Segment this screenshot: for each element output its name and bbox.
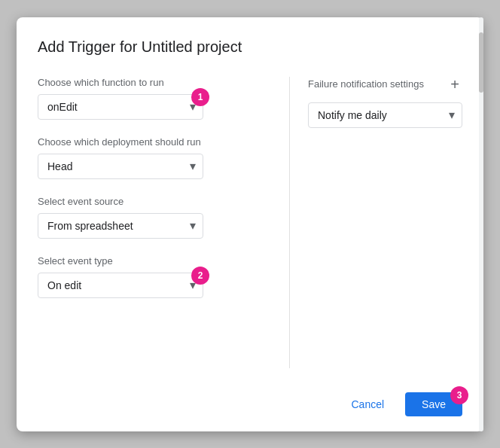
event-source-select[interactable]: From spreadsheet Time-driven [38, 213, 203, 239]
function-label: Choose which function to run [38, 77, 274, 88]
event-type-label: Select event type [38, 255, 274, 267]
left-column: Choose which function to run onEdit myFu… [38, 77, 289, 368]
deployment-label: Choose which deployment should run [38, 136, 274, 148]
event-type-select-inner: On edit On change On open On form submit… [38, 273, 203, 298]
scrollbar-thumb[interactable] [479, 32, 483, 93]
function-select-wrapper: onEdit myFunction ▾ 1 [38, 94, 203, 120]
deployment-group: Choose which deployment should run Head … [38, 136, 274, 179]
function-select[interactable]: onEdit myFunction [38, 94, 203, 120]
add-notification-button[interactable]: + [447, 77, 462, 92]
event-source-select-wrapper: From spreadsheet Time-driven ▾ [38, 213, 203, 239]
failure-select[interactable]: Notify me daily Notify me immediately No… [308, 102, 462, 128]
dialog-body: Choose which function to run onEdit myFu… [38, 77, 462, 368]
deployment-select-wrapper: Head ▾ [38, 154, 203, 179]
add-trigger-dialog: Add Trigger for Untitled project Choose … [17, 17, 483, 431]
event-source-group: Select event source From spreadsheet Tim… [38, 196, 274, 239]
scrollbar-track[interactable] [479, 17, 483, 431]
event-type-select[interactable]: On edit On change On open On form submit [38, 273, 203, 298]
cancel-button[interactable]: Cancel [339, 392, 396, 416]
right-column: Failure notification settings + Notify m… [289, 77, 462, 368]
failure-select-wrapper: Notify me daily Notify me immediately No… [308, 102, 462, 128]
save-button-wrapper: Save 3 [405, 392, 462, 416]
dialog-footer: Cancel Save 3 [38, 383, 462, 416]
function-badge: 1 [191, 88, 209, 106]
function-select-inner: onEdit myFunction ▾ [38, 94, 203, 120]
save-badge: 3 [450, 386, 468, 404]
function-group: Choose which function to run onEdit myFu… [38, 77, 274, 120]
event-source-label: Select event source [38, 196, 274, 207]
failure-label: Failure notification settings [308, 78, 424, 90]
event-type-badge: 2 [191, 267, 209, 285]
deployment-select[interactable]: Head [38, 154, 203, 179]
failure-header: Failure notification settings + [308, 77, 462, 92]
event-type-group: Select event type On edit On change On o… [38, 255, 274, 298]
dialog-title: Add Trigger for Untitled project [38, 38, 462, 56]
event-type-select-wrapper: On edit On change On open On form submit… [38, 273, 203, 298]
